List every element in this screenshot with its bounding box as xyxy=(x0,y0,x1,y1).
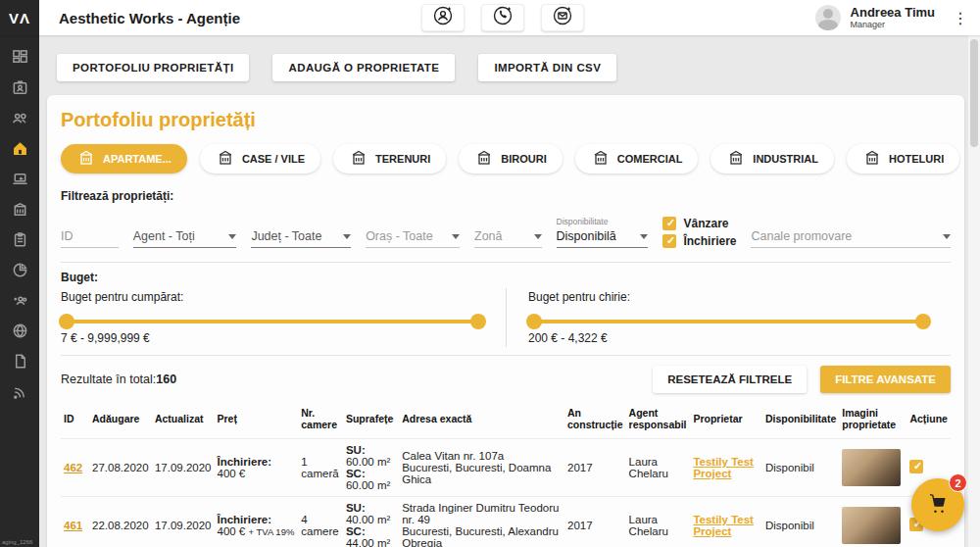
address-line2: Bucuresti, Bucuresti, Alexandru Obregia xyxy=(402,525,562,547)
cart-badge: 2 xyxy=(949,473,967,492)
address-line1: Strada Inginer Dumitru Teodoru nr. 49 xyxy=(402,502,562,525)
oras-select[interactable]: Oraș - Toate xyxy=(366,229,460,248)
sidebar-item-dashboard[interactable] xyxy=(0,44,39,75)
add-property-button[interactable]: ADAUGĂ O PROPRIETATE xyxy=(272,54,455,81)
category-tab[interactable]: HOTELURI xyxy=(847,144,959,174)
clipboard-icon xyxy=(12,231,28,252)
zona-input[interactable]: Zonă xyxy=(474,229,541,248)
add-call-button[interactable] xyxy=(481,4,524,31)
agent-name: Laura Chelaru xyxy=(629,514,668,537)
sidebar-item-presentations[interactable] xyxy=(0,166,39,196)
sidebar-item-add-group[interactable] xyxy=(0,287,39,318)
sidebar-item-contacts[interactable] xyxy=(0,75,39,105)
id-input[interactable]: ID xyxy=(61,229,119,248)
construction-year: 2017 xyxy=(567,520,593,531)
budget-label: Buget: xyxy=(61,271,951,284)
category-tab[interactable]: CASE / VILE xyxy=(200,144,320,174)
sidebar-item-web[interactable] xyxy=(0,318,39,348)
cart-icon xyxy=(926,491,950,519)
owner-link[interactable]: Testily Test Project xyxy=(693,456,760,479)
add-contact-button[interactable] xyxy=(421,4,465,31)
usable-surface: 60.00 m² xyxy=(346,456,390,468)
category-tab-label: HOTELURI xyxy=(889,153,944,165)
property-id-link[interactable]: 462 xyxy=(64,462,82,473)
category-tabs: APARTAME... CASE / VILE TERENURI BIROURI xyxy=(61,144,951,174)
slider-track xyxy=(61,320,484,323)
judet-select[interactable]: Județ - Toate xyxy=(251,229,351,248)
vertical-scrollbar[interactable] xyxy=(968,35,980,547)
table-header-cell: Suprafețe xyxy=(343,399,399,439)
usable-surface: 40.00 m² xyxy=(346,514,390,525)
portfolio-title: Portofoliu proprietăți xyxy=(61,109,951,131)
property-photo[interactable] xyxy=(842,449,901,486)
category-tab[interactable]: INDUSTRIAL xyxy=(710,144,834,174)
app-logo: VΛ xyxy=(0,0,39,35)
address-line2: Bucuresti, Bucuresti, Doamna Ghica xyxy=(402,462,562,485)
sidebar-item-clients[interactable] xyxy=(0,105,39,135)
price-value: 400 € xyxy=(217,468,245,479)
add-email-icon xyxy=(551,4,574,31)
add-email-button[interactable] xyxy=(541,4,584,31)
document-icon xyxy=(12,353,28,373)
category-tab-label: BIROURI xyxy=(501,153,546,165)
top-toolbar: PORTOFOLIU PROPRIETĂȚI ADAUGĂ O PROPRIET… xyxy=(39,35,968,81)
portfolio-button[interactable]: PORTOFOLIU PROPRIETĂȚI xyxy=(57,54,249,81)
reset-filters-button[interactable]: RESETEAZĂ FILTRELE xyxy=(653,366,807,393)
agent-name: Laura Chelaru xyxy=(629,456,668,479)
cart-fab-button[interactable]: 2 xyxy=(911,478,964,531)
category-tab[interactable]: BIROURI xyxy=(459,144,562,174)
people-icon xyxy=(12,110,28,130)
inchiriere-checkbox[interactable]: Închiriere xyxy=(662,234,736,248)
building-icon xyxy=(474,149,494,169)
rent-budget-label: Buget pentru chirie: xyxy=(528,290,929,304)
table-header-cell: Adresa exactă xyxy=(399,399,564,439)
results-count: 160 xyxy=(156,373,176,386)
property-id-link[interactable]: 461 xyxy=(64,520,82,531)
filters-section-label: Filtrează proprietăți: xyxy=(61,189,951,203)
slider-handle-min[interactable] xyxy=(526,314,542,329)
page-title: Aesthetic Works - Agenție xyxy=(59,10,240,26)
kebab-menu-icon[interactable]: ⋮ xyxy=(953,9,968,27)
rss-icon xyxy=(12,383,28,404)
sidebar-item-reports[interactable] xyxy=(0,257,39,287)
building-icon xyxy=(76,149,96,169)
pie-chart-icon xyxy=(12,262,28,282)
category-tab[interactable]: APARTAME... xyxy=(61,144,187,174)
rent-budget-slider[interactable] xyxy=(528,314,929,329)
agent-select[interactable]: Agent - Toți xyxy=(133,229,237,248)
table-header-cell: Adăugare xyxy=(89,399,152,439)
sidebar-item-tasks[interactable] xyxy=(0,226,39,257)
sidebar-item-documents[interactable] xyxy=(0,348,39,378)
sidebar-item-properties[interactable] xyxy=(0,135,39,166)
scrollbar-thumb[interactable] xyxy=(970,39,978,147)
date-added: 27.08.2020 xyxy=(92,462,149,473)
laptop-share-icon xyxy=(12,171,28,191)
built-surface: 44.00 m² xyxy=(346,537,390,547)
price-extra: + TVA 19% xyxy=(248,526,294,537)
table-header-cell: Disponibilitate xyxy=(762,399,839,439)
results-count-text: Rezultate în total:160 xyxy=(61,373,176,386)
vanzare-checkbox[interactable]: Vânzare xyxy=(662,217,736,230)
property-photo[interactable] xyxy=(842,507,901,544)
slider-handle-max[interactable] xyxy=(470,314,486,329)
buy-budget-slider[interactable] xyxy=(61,314,484,329)
globe-icon xyxy=(12,323,28,343)
table-row: 462 27.08.2020 17.09.2020 Închiriere: 40… xyxy=(61,439,951,497)
row-select-checkbox[interactable] xyxy=(909,460,923,473)
slider-handle-max[interactable] xyxy=(915,314,931,329)
disponibilitate-select[interactable]: Disponibilitate Disponibilă xyxy=(557,229,649,248)
user-menu[interactable]: Andreea Timu Manager ⋮ xyxy=(815,0,968,35)
import-csv-button[interactable]: IMPORTĂ DIN CSV xyxy=(478,54,616,81)
owner-link[interactable]: Testily Test Project xyxy=(693,514,760,537)
sidebar-item-feeds[interactable] xyxy=(0,378,39,409)
advanced-filters-button[interactable]: FILTRE AVANSATE xyxy=(820,366,951,393)
chevron-down-icon xyxy=(343,234,351,239)
category-tab-label: COMERCIAL xyxy=(617,153,683,165)
category-tab[interactable]: COMERCIAL xyxy=(575,144,699,174)
category-tab[interactable]: TERENURI xyxy=(333,144,446,174)
slider-handle-min[interactable] xyxy=(59,314,74,329)
add-call-icon xyxy=(491,4,514,31)
built-surface: 60.00 m² xyxy=(346,479,390,491)
canale-promovare-select[interactable]: Canale promovare xyxy=(751,229,951,248)
sidebar-item-companies[interactable] xyxy=(0,196,39,226)
